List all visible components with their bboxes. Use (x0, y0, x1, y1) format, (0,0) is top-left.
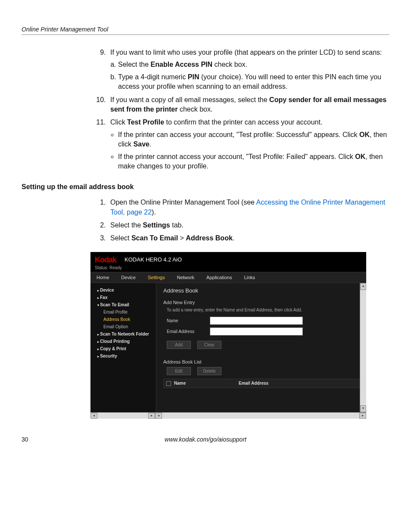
add-entry-hint: To add a new entry, enter the Name and E… (163, 308, 359, 312)
t: Select the (118, 61, 151, 68)
list-heading: Address Book List (163, 359, 359, 364)
step-11-bullet-1: If the printer can access your account, … (118, 130, 389, 149)
t: Select the (110, 221, 143, 229)
horizontal-scrollbar-left[interactable]: ◂ ▸ (90, 412, 155, 419)
t: OK (359, 131, 370, 138)
email-label: Email Address (167, 329, 210, 334)
sidebar-item-address-book[interactable]: Address Book (93, 316, 153, 323)
t: Test Profile (127, 118, 164, 126)
email-input[interactable] (210, 327, 303, 336)
scroll-up-icon[interactable]: ▴ (360, 283, 366, 290)
sidebar-item-device[interactable]: Device (93, 286, 153, 294)
t: If the printer can access your account, … (118, 131, 359, 138)
t: Open the Online Printer Management Tool … (110, 199, 256, 206)
step-9b: Type a 4-digit numeric PIN (your choice)… (118, 72, 389, 92)
t: Address Book (186, 234, 232, 242)
col-email: Email Address (239, 381, 356, 386)
t: If you want a copy of all email messages… (110, 96, 269, 103)
sidebar-item-scan-network[interactable]: Scan To Network Folder (93, 330, 153, 338)
scroll-down-icon[interactable]: ▾ (360, 405, 366, 412)
sidebar: Device Fax Scan To Email Email Profile A… (90, 283, 156, 412)
instruction-list-2: Open the Online Printer Management Tool … (108, 198, 389, 243)
sidebar-item-security[interactable]: Security (93, 352, 153, 360)
t: Select (110, 234, 131, 242)
add-entry-heading: Add New Entry (163, 300, 359, 305)
ab-step-3: Select Scan To Email > Address Book. (108, 233, 389, 243)
col-name: Name (174, 381, 239, 386)
footer-url: www.kodak.com/go/aiosupport (39, 436, 372, 443)
content-pane: Address Book Add New Entry To add a new … (156, 283, 366, 412)
sidebar-item-cloud-printing[interactable]: Cloud Printing (93, 338, 153, 345)
step-11-bullet-2: If the printer cannot access your accoun… (118, 152, 389, 171)
screenshot-printer-tool: Kodak KODAK HERO 4.2 AiO Status: Ready H… (90, 252, 366, 419)
t: check box. (177, 106, 212, 113)
scroll-left-icon[interactable]: ◂ (155, 413, 162, 419)
t: . (233, 234, 234, 242)
table-header: Name Email Address (163, 379, 359, 388)
t: . (149, 140, 151, 148)
model-name: KODAK HERO 4.2 AiO (125, 256, 182, 263)
tab-links[interactable]: Links (238, 272, 261, 283)
clear-button[interactable]: Clear (197, 341, 221, 349)
ab-step-2: Select the Settings tab. (108, 221, 389, 230)
sidebar-item-email-profile[interactable]: Email Profile (93, 308, 153, 316)
add-button[interactable]: Add (167, 341, 191, 349)
sidebar-item-email-option[interactable]: Email Option (93, 323, 153, 330)
t: > (178, 234, 186, 242)
scroll-left-icon[interactable]: ◂ (90, 413, 97, 419)
step-11: Click Test Profile to confirm that the p… (108, 118, 389, 171)
tab-bar: Home Device Settings Network Application… (90, 272, 366, 283)
t: OK (355, 153, 365, 160)
edit-button[interactable]: Edit (167, 367, 191, 375)
t: ). (152, 208, 156, 216)
instruction-list-1: If you want to limit who uses your profi… (108, 48, 389, 171)
ab-step-1: Open the Online Printer Management Tool … (108, 198, 389, 217)
scroll-right-icon[interactable]: ▸ (359, 413, 366, 419)
tab-network[interactable]: Network (171, 272, 200, 283)
page-number: 30 (22, 436, 39, 443)
name-label: Name (167, 318, 210, 323)
t: tab. (170, 221, 184, 229)
tab-home[interactable]: Home (90, 272, 115, 283)
t: Type a 4-digit numeric (118, 73, 188, 81)
t: Settings (143, 221, 170, 229)
t: Enable Access PIN (151, 61, 212, 68)
vertical-scrollbar[interactable]: ▴ ▾ (360, 283, 366, 412)
step-10: If you want a copy of all email messages… (108, 95, 389, 115)
sidebar-item-copy-print[interactable]: Copy & Print (93, 345, 153, 352)
section-heading-address-book: Setting up the email address book (22, 183, 389, 191)
tab-settings[interactable]: Settings (142, 272, 171, 283)
t: to confirm that the printer can access y… (164, 118, 322, 126)
page-footer: 30 www.kodak.com/go/aiosupport (22, 436, 389, 443)
tab-device[interactable]: Device (115, 272, 142, 283)
status-text: Status: Ready (95, 265, 362, 270)
page-header: Online Printer Management Tool (22, 26, 389, 35)
t: Scan To Email (131, 234, 178, 242)
brand-logo: Kodak (95, 255, 116, 264)
t: Save (134, 140, 149, 148)
t: check box. (212, 61, 247, 68)
step-9-text: If you want to limit who uses your profi… (110, 49, 382, 56)
t: PIN (188, 73, 199, 81)
delete-button[interactable]: Delete (197, 367, 221, 375)
horizontal-scrollbar-right[interactable]: ◂ ▸ (155, 412, 366, 419)
t: Click (110, 118, 127, 126)
step-9a: Select the Enable Access PIN check box. (118, 60, 389, 69)
name-input[interactable] (210, 317, 303, 325)
sidebar-item-scan-to-email[interactable]: Scan To Email (93, 301, 153, 308)
t: If the printer cannot access your accoun… (118, 153, 355, 160)
pane-title: Address Book (163, 287, 359, 294)
select-all-checkbox[interactable] (166, 381, 171, 386)
scroll-right-icon[interactable]: ▸ (148, 413, 155, 419)
sidebar-item-fax[interactable]: Fax (93, 294, 153, 301)
tab-applications[interactable]: Applications (200, 272, 238, 283)
step-9: If you want to limit who uses your profi… (108, 48, 389, 92)
